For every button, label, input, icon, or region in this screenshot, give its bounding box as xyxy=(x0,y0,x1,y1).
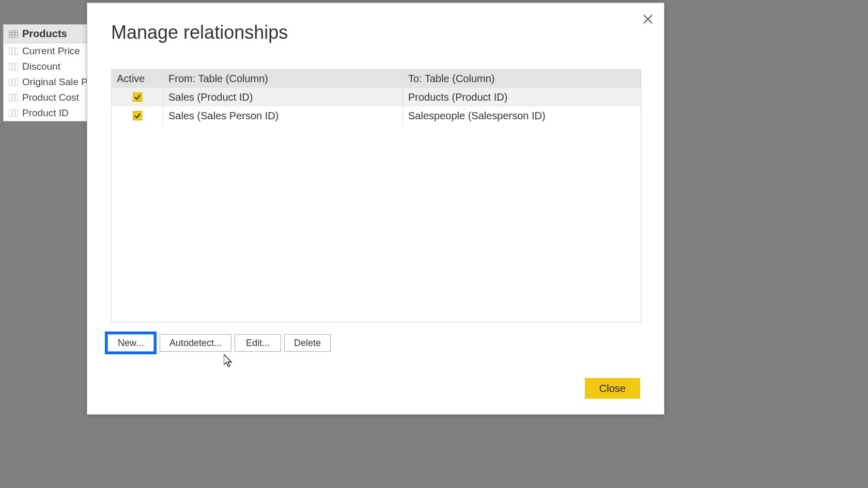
active-checkbox[interactable] xyxy=(133,92,142,102)
grid-body: Sales (Product ID) Products (Product ID)… xyxy=(112,88,641,322)
manage-relationships-dialog: Manage relationships Active From: Table … xyxy=(87,3,664,415)
field-label: Product Cost xyxy=(22,92,79,103)
svg-rect-0 xyxy=(9,30,18,38)
dialog-title: Manage relationships xyxy=(111,22,288,43)
svg-rect-17 xyxy=(9,109,18,117)
from-cell: Sales (Product ID) xyxy=(163,88,403,106)
svg-rect-14 xyxy=(9,94,18,101)
edit-button[interactable]: Edit... xyxy=(235,334,281,352)
field-item[interactable]: Original Sale Pri xyxy=(4,74,87,90)
table-name-label: Products xyxy=(22,28,67,40)
column-icon xyxy=(9,78,18,86)
delete-button[interactable]: Delete xyxy=(284,334,331,352)
from-cell: Sales (Sales Person ID) xyxy=(163,106,403,125)
svg-rect-8 xyxy=(9,63,18,70)
relationship-row[interactable]: Sales (Sales Person ID) Salespeople (Sal… xyxy=(112,106,641,125)
fields-panel: Products Current Price Discount Original… xyxy=(3,24,88,121)
table-icon xyxy=(9,30,18,38)
svg-rect-5 xyxy=(9,48,18,55)
new-button-highlight: New... xyxy=(105,332,157,354)
close-button[interactable]: Close xyxy=(585,378,640,399)
mouse-cursor-icon xyxy=(224,354,234,368)
new-button[interactable]: New... xyxy=(107,334,154,352)
header-to: To: Table (Column) xyxy=(403,70,641,88)
header-from: From: Table (Column) xyxy=(163,70,403,88)
field-item[interactable]: Current Price xyxy=(4,43,87,59)
action-button-row: New... Autodetect... Edit... Delete xyxy=(105,332,331,354)
grid-header: Active From: Table (Column) To: Table (C… xyxy=(112,70,641,88)
column-icon xyxy=(9,94,18,101)
autodetect-button[interactable]: Autodetect... xyxy=(160,334,231,352)
active-checkbox[interactable] xyxy=(133,111,142,120)
to-cell: Products (Product ID) xyxy=(403,88,641,106)
close-icon[interactable] xyxy=(640,11,656,27)
to-cell: Salespeople (Salesperson ID) xyxy=(403,106,641,125)
column-icon xyxy=(9,48,18,55)
svg-marker-22 xyxy=(224,354,231,367)
header-active: Active xyxy=(112,70,163,88)
column-icon xyxy=(9,109,18,117)
svg-rect-11 xyxy=(9,78,18,86)
field-label: Current Price xyxy=(22,45,80,57)
table-header-products[interactable]: Products xyxy=(4,25,87,43)
field-label: Original Sale Pri xyxy=(22,76,87,88)
relationship-row[interactable]: Sales (Product ID) Products (Product ID) xyxy=(112,88,641,106)
field-item[interactable]: Product ID xyxy=(4,105,87,121)
field-item[interactable]: Discount xyxy=(4,59,87,74)
field-label: Product ID xyxy=(22,107,69,119)
field-label: Discount xyxy=(22,61,60,72)
field-item[interactable]: Product Cost xyxy=(4,90,87,105)
column-icon xyxy=(9,63,18,70)
relationships-grid: Active From: Table (Column) To: Table (C… xyxy=(111,69,641,322)
